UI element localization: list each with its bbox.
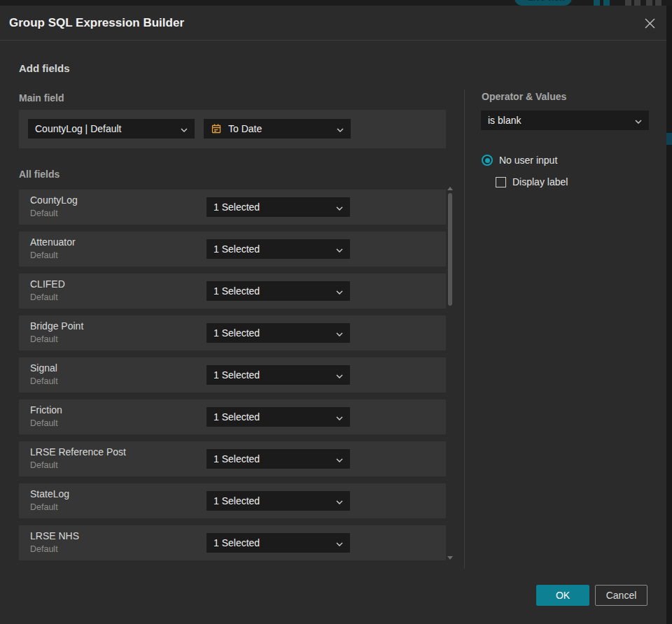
live-view-label: Live view [521, 0, 565, 3]
no-user-input-radio[interactable]: No user input [482, 155, 557, 166]
screen: Live view Group SQL Expression Builder A… [0, 0, 672, 624]
field-values-dropdown[interactable]: 1 Selected [206, 491, 350, 511]
field-source: Default [30, 250, 58, 260]
toolbar-button-fragment [634, 0, 640, 6]
field-row-bridge-point[interactable]: Bridge Point Default 1 Selected [19, 315, 446, 350]
sql-expression-builder-dialog: Group SQL Expression Builder Add fields … [0, 6, 666, 624]
add-fields-heading: Add fields [19, 62, 70, 74]
field-values-dropdown[interactable]: 1 Selected [206, 365, 350, 385]
chevron-down-icon [337, 122, 344, 135]
chevron-down-icon [336, 327, 343, 339]
field-values-dropdown[interactable]: 1 Selected [206, 449, 350, 469]
field-row-clifed[interactable]: CLIFED Default 1 Selected [19, 274, 446, 309]
background-right-edge [666, 6, 672, 624]
field-values-dropdown[interactable]: 1 Selected [206, 407, 350, 427]
operator-select[interactable]: is blank [481, 111, 649, 130]
chevron-down-icon [336, 495, 343, 507]
field-source: Default [30, 460, 58, 470]
scrollbar-up-arrow-icon[interactable] [447, 187, 453, 190]
field-row-attenuator[interactable]: Attenuator Default 1 Selected [19, 232, 446, 267]
main-field-type-select[interactable]: To Date [204, 119, 351, 139]
all-fields-label: All fields [19, 169, 59, 180]
chevron-down-icon [336, 411, 343, 423]
field-name: CountyLog [30, 194, 78, 206]
calendar-icon [211, 123, 222, 134]
main-field-label: Main field [19, 92, 64, 104]
field-name: Signal [30, 362, 57, 374]
field-source: Default [30, 292, 58, 302]
panel-divider [464, 90, 465, 569]
background-teal-fragment [666, 133, 672, 145]
dialog-header: Group SQL Expression Builder [0, 6, 666, 41]
background-toolbar: Live view [0, 0, 672, 6]
cancel-button[interactable]: Cancel [595, 585, 648, 606]
radio-selected-icon [482, 155, 493, 166]
main-field-panel: CountyLog | Default To Date [19, 110, 446, 148]
field-row-friction[interactable]: Friction Default 1 Selected [19, 399, 446, 434]
live-view-toggle[interactable]: Live view [514, 0, 572, 6]
field-source: Default [30, 208, 58, 218]
field-name: Attenuator [30, 236, 76, 248]
chevron-down-icon [635, 114, 642, 127]
scrollbar-down-arrow-icon[interactable] [447, 556, 453, 560]
field-row-lrse-nhs[interactable]: LRSE NHS Default 1 Selected [19, 525, 446, 560]
toolbar-button-fragment [594, 0, 600, 6]
field-values-dropdown[interactable]: 1 Selected [206, 239, 350, 259]
field-name: LRSE NHS [30, 530, 79, 541]
field-row-countylog[interactable]: CountyLog Default 1 Selected [19, 190, 446, 225]
field-source: Default [30, 334, 58, 344]
close-icon[interactable] [641, 15, 658, 31]
toolbar-button-fragment [603, 0, 610, 6]
field-row-statelog[interactable]: StateLog Default 1 Selected [19, 483, 446, 518]
field-source: Default [30, 376, 58, 386]
field-source: Default [30, 502, 58, 512]
scrollbar-thumb[interactable] [448, 193, 452, 306]
field-row-lrse-reference-post[interactable]: LRSE Reference Post Default 1 Selected [19, 441, 446, 476]
checkbox-unchecked-icon [496, 177, 506, 187]
field-values-dropdown[interactable]: 1 Selected [206, 281, 350, 301]
field-source: Default [30, 544, 58, 554]
field-source: Default [30, 418, 58, 428]
field-name: CLIFED [30, 278, 65, 290]
toolbar-button-fragment [655, 0, 662, 6]
checkbox-label: Display label [512, 176, 568, 187]
field-name: StateLog [30, 488, 69, 499]
field-values-dropdown[interactable]: 1 Selected [206, 323, 350, 343]
dialog-title: Group SQL Expression Builder [9, 6, 184, 41]
chevron-down-icon [181, 122, 188, 135]
operator-values-label: Operator & Values [482, 91, 566, 102]
main-field-select[interactable]: CountyLog | Default [28, 119, 195, 139]
display-label-checkbox[interactable]: Display label [496, 176, 568, 187]
field-name: Friction [30, 404, 62, 416]
chevron-down-icon [336, 537, 343, 549]
chevron-down-icon [336, 453, 343, 465]
field-values-dropdown[interactable]: 1 Selected [206, 197, 350, 217]
chevron-down-icon [336, 243, 343, 255]
chevron-down-icon [336, 285, 343, 297]
ok-button[interactable]: OK [536, 585, 589, 606]
toolbar-button-fragment [625, 0, 631, 6]
chevron-down-icon [336, 201, 343, 213]
field-name: Bridge Point [30, 320, 83, 332]
field-name: LRSE Reference Post [30, 446, 126, 458]
radio-label: No user input [499, 155, 557, 166]
chevron-down-icon [336, 369, 343, 381]
field-values-dropdown[interactable]: 1 Selected [206, 533, 350, 553]
field-row-signal[interactable]: Signal Default 1 Selected [19, 357, 446, 392]
toolbar-button-fragment [646, 0, 652, 6]
